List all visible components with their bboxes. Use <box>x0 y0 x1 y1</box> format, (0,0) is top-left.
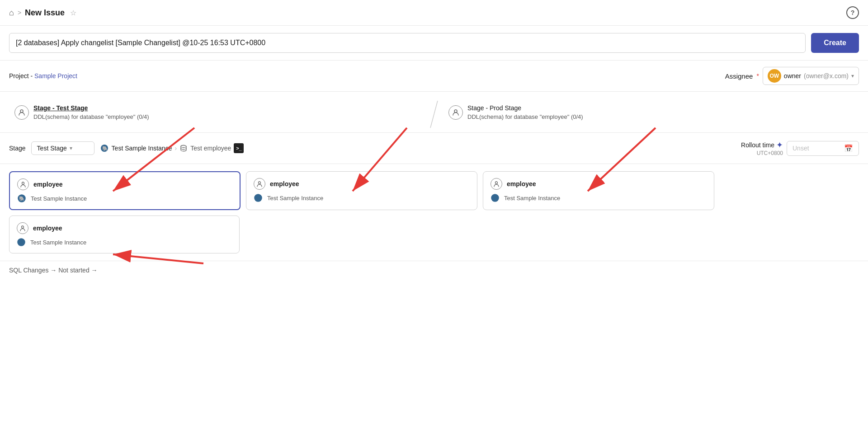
stage-icon-test <box>14 105 29 120</box>
stage-block-prod: Stage - Prod Stage DDL(schema) for datab… <box>443 101 859 128</box>
stage-block-test: Stage - Test Stage DDL(schema) for datab… <box>9 101 425 128</box>
db-card-4-row2: Test Sample Instance <box>17 238 232 247</box>
stage-selector[interactable]: Test Stage ▾ <box>31 141 94 155</box>
db-card-4-user-icon <box>17 222 28 234</box>
stage-select-text: Test Stage <box>37 145 67 152</box>
project-link[interactable]: Sample Project <box>34 72 77 80</box>
header: ⌂ > New Issue ☆ ? <box>0 0 868 26</box>
db-card-4-instance: Test Sample Instance <box>30 239 86 246</box>
bottom-label: SQL Changes → Not started → <box>9 267 98 274</box>
db-card-3-row2: Test Sample Instance <box>491 193 707 202</box>
rollout-section: Rollout time ✦ UTC+0800 Unset 📅 <box>741 140 859 156</box>
chevron-down-icon: ▾ <box>851 73 854 79</box>
stage-desc-prod: DDL(schema) for database "employee" (0/4… <box>467 113 854 120</box>
svg-point-2 <box>454 110 457 113</box>
db-card-3-pg-icon <box>491 193 500 202</box>
breadcrumb-separator: > <box>18 9 21 16</box>
required-indicator: * <box>756 72 759 80</box>
stage-name-test[interactable]: Stage - Test Stage <box>33 104 420 112</box>
db-card-4-pg-icon <box>17 238 26 247</box>
db-card-1[interactable]: employee 🐘 Test Sample Instance <box>9 171 241 210</box>
db-card-3[interactable]: employee Test Sample Instance <box>483 171 714 210</box>
unset-placeholder: Unset <box>793 145 841 152</box>
project-label: Project - <box>9 72 33 80</box>
stage-controls-row: Stage Test Stage ▾ 🐘 Test Sample Instanc… <box>0 133 868 164</box>
svg-point-5 <box>181 145 186 148</box>
instance-name-label[interactable]: Test Sample Instance <box>112 145 172 152</box>
svg-point-12 <box>491 194 499 202</box>
home-icon[interactable]: ⌂ <box>9 8 14 18</box>
project-info: Project - Sample Project <box>9 72 77 80</box>
stage-info-prod: Stage - Prod Stage DDL(schema) for datab… <box>467 104 854 120</box>
db-card-2-instance: Test Sample Instance <box>267 195 323 202</box>
calendar-icon: 📅 <box>844 144 853 153</box>
svg-point-9 <box>259 182 261 184</box>
db-card-1-name: employee <box>33 181 63 188</box>
issue-title-input[interactable] <box>9 33 806 53</box>
db-name-label[interactable]: Test employee <box>190 145 231 152</box>
db-card-1-row2: 🐘 Test Sample Instance <box>17 194 232 203</box>
cards-section: employee 🐘 Test Sample Instance <box>0 164 868 261</box>
assignee-label: Assignee <box>725 72 753 80</box>
star-icon[interactable]: ☆ <box>70 9 76 17</box>
db-card-1-row1: employee <box>17 178 232 190</box>
db-card-4[interactable]: employee Test Sample Instance <box>9 216 240 253</box>
db-card-2-pg-icon <box>254 193 263 202</box>
rollout-time-input[interactable]: Unset 📅 <box>787 141 859 156</box>
db-card-4-name: employee <box>33 225 62 232</box>
assignee-email: (owner@x.com) <box>804 72 849 80</box>
page-title: New Issue <box>25 8 65 18</box>
svg-line-1 <box>430 101 438 128</box>
stage-controls-label: Stage <box>9 145 26 152</box>
terminal-icon[interactable]: >_ <box>234 143 244 153</box>
assignee-name: owner <box>784 72 801 80</box>
help-icon[interactable]: ? <box>846 6 859 19</box>
db-card-1-pg-icon: 🐘 <box>17 194 26 203</box>
svg-text:🐘: 🐘 <box>19 196 25 202</box>
cards-grid: employee 🐘 Test Sample Instance <box>9 171 714 210</box>
svg-point-6 <box>22 182 24 184</box>
db-card-3-row1: employee <box>491 178 707 190</box>
rollout-label-block: Rollout time ✦ UTC+0800 <box>741 140 783 156</box>
db-card-2-user-icon <box>254 178 265 190</box>
svg-point-14 <box>17 238 25 246</box>
stage-pipeline: Stage - Test Stage DDL(schema) for datab… <box>0 92 868 133</box>
project-row: Project - Sample Project Assignee * OW o… <box>0 61 868 92</box>
database-icon <box>179 144 188 152</box>
assignee-section: Assignee * OW owner (owner@x.com) ▾ <box>725 67 859 85</box>
assignee-dropdown[interactable]: OW owner (owner@x.com) ▾ <box>763 67 859 85</box>
db-card-1-user-icon <box>17 178 29 190</box>
bottom-section: SQL Changes → Not started → <box>0 261 868 279</box>
rollout-timezone: UTC+0800 <box>757 150 783 156</box>
db-card-1-instance: Test Sample Instance <box>31 195 87 202</box>
db-card-2-row1: employee <box>254 178 470 190</box>
db-card-3-name: employee <box>507 180 536 188</box>
postgres-icon: 🐘 <box>100 144 109 153</box>
db-card-3-user-icon <box>491 178 502 190</box>
ai-sparkle-icon[interactable]: ✦ <box>776 140 783 150</box>
db-card-3-instance: Test Sample Instance <box>504 195 560 202</box>
db-card-2-name: employee <box>270 180 299 188</box>
stage-chevron-icon: ▾ <box>70 145 72 151</box>
svg-point-0 <box>20 110 23 113</box>
instance-breadcrumb: 🐘 Test Sample Instance › Test employee >… <box>100 143 244 153</box>
cards-row2: employee Test Sample Instance <box>9 216 244 253</box>
stage-name-prod: Stage - Prod Stage <box>467 104 854 112</box>
db-card-4-row1: employee <box>17 222 232 234</box>
svg-point-13 <box>22 226 24 228</box>
svg-text:🐘: 🐘 <box>102 145 108 151</box>
create-button[interactable]: Create <box>811 33 859 53</box>
stage-desc-test: DDL(schema) for database "employee" (0/4… <box>33 113 420 120</box>
db-card-2-row2: Test Sample Instance <box>254 193 470 202</box>
stage-icon-prod <box>448 105 463 120</box>
rollout-time-label: Rollout time <box>741 141 774 149</box>
svg-point-10 <box>254 194 262 202</box>
db-card-2[interactable]: employee Test Sample Instance <box>246 171 477 210</box>
title-row: Create <box>0 26 868 61</box>
avatar: OW <box>768 69 781 83</box>
path-separator: › <box>175 145 177 152</box>
stage-info-test: Stage - Test Stage DDL(schema) for datab… <box>33 104 420 120</box>
svg-point-11 <box>495 182 498 184</box>
